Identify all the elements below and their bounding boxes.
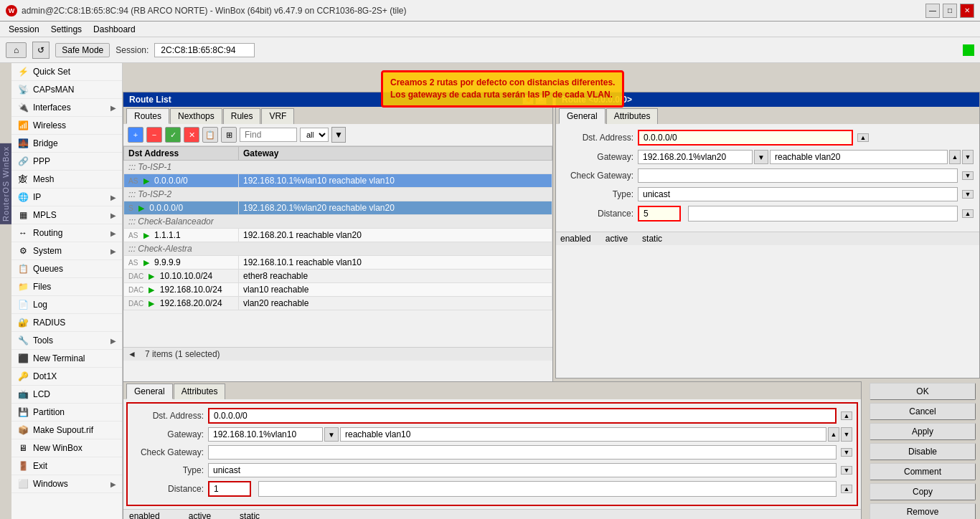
gw-extra-upper[interactable] (770, 150, 948, 164)
sidebar-item-lcd[interactable]: 📺 LCD (11, 386, 122, 404)
add-route-button[interactable]: + (128, 127, 143, 143)
gw-dropdown-btn-lower[interactable]: ▼ (324, 427, 339, 442)
find-input[interactable] (240, 128, 297, 142)
ok-button[interactable]: OK (870, 383, 976, 400)
col-gateway[interactable]: Gateway (239, 147, 552, 161)
annotation-overlay: Creamos 2 rutas por defecto con distanci… (381, 70, 624, 108)
type-scroll-lower[interactable]: ▼ (841, 466, 852, 475)
sidebar-item-queues[interactable]: 📋 Queues (11, 260, 122, 278)
table-row[interactable]: DAC ▶ 192.168.10.0/24 vlan10 reachable (124, 283, 552, 297)
table-row[interactable]: AS ▶ 9.9.9.9 192.168.10.1 reachable vlan… (124, 256, 552, 270)
sidebar-item-radius[interactable]: 🔐 RADIUS (11, 314, 122, 332)
table-row[interactable]: DAC ▶ 192.168.20.0/24 vlan20 reachable (124, 297, 552, 310)
filter-arrow-btn[interactable]: ▼ (331, 127, 346, 143)
safe-mode-button[interactable]: Safe Mode (55, 43, 110, 57)
table-row[interactable]: ::: To-ISP-2 (124, 188, 552, 201)
disable-button[interactable]: Disable (870, 443, 976, 460)
checkgw-label-lower: Check Gateway: (132, 447, 204, 457)
distance-scroll[interactable]: ▲ (962, 209, 974, 218)
checkgw-scroll-lower[interactable]: ▼ (841, 448, 852, 457)
table-row[interactable]: ::: To-ISP-1 (124, 161, 552, 174)
gw-scroll-up[interactable]: ▲ (949, 150, 961, 164)
tab-rules[interactable]: Rules (223, 108, 261, 124)
table-row[interactable]: DAC ▶ 10.10.10.0/24 ether8 reachable (124, 270, 552, 283)
copy-route-button[interactable]: 📋 (202, 127, 218, 143)
sidebar-item-tools[interactable]: 🔧 Tools ▶ (11, 332, 122, 350)
distance-input-lower[interactable] (208, 481, 251, 497)
table-row[interactable]: AS ▶ 0.0.0.0/0 192.168.10.1%vlan10 reach… (124, 174, 552, 188)
refresh-button[interactable]: ↺ (32, 42, 50, 59)
distance-input-upper[interactable] (638, 206, 681, 222)
sidebar-item-windows[interactable]: ⬜ Windows ▶ (11, 475, 122, 493)
sidebar-item-bridge[interactable]: 🌉 Bridge (11, 135, 122, 153)
close-button[interactable]: ✕ (960, 4, 974, 18)
table-row[interactable]: S ▶ 0.0.0.0/0 192.168.20.1%vlan20 reacha… (124, 201, 552, 215)
sidebar-item-log[interactable]: 📄 Log (11, 296, 122, 314)
table-row[interactable]: AS ▶ 1.1.1.1 192.168.20.1 reachable vlan… (124, 229, 552, 242)
menu-session[interactable]: Session (3, 23, 45, 36)
dst-scroll-up[interactable]: ▲ (857, 133, 869, 142)
dst-input-lower[interactable] (208, 408, 837, 424)
type-input-upper[interactable] (638, 187, 958, 201)
sidebar-item-quick-set[interactable]: ⚡ Quick Set (11, 63, 122, 81)
sidebar-item-mesh[interactable]: 🕸 Mesh (11, 171, 122, 189)
gw-scroll-down[interactable]: ▼ (962, 150, 974, 164)
sidebar-item-make-supout[interactable]: 📦 Make Supout.rif (11, 422, 122, 439)
tab-editor-general[interactable]: General (126, 384, 173, 399)
comment-button[interactable]: Comment (870, 463, 976, 480)
gw-extra-lower[interactable] (340, 427, 826, 442)
sidebar-item-ip[interactable]: 🌐 IP ▶ (11, 189, 122, 206)
files-icon: 📁 (17, 281, 29, 292)
gw-input-lower[interactable] (208, 427, 323, 442)
maximize-button[interactable]: □ (943, 4, 957, 18)
sidebar-item-interfaces[interactable]: 🔌 Interfaces ▶ (11, 99, 122, 117)
enable-route-button[interactable]: ✓ (165, 127, 181, 143)
sidebar-item-new-winbox[interactable]: 🖥 New WinBox (11, 439, 122, 457)
sidebar-item-new-terminal[interactable]: ⬛ New Terminal (11, 350, 122, 368)
sidebar-item-dot1x[interactable]: 🔑 Dot1X (11, 368, 122, 386)
tab-vrf[interactable]: VRF (261, 108, 294, 124)
sidebar-item-routing[interactable]: ↔ Routing ▶ (11, 224, 122, 242)
tab-nexthops[interactable]: Nexthops (170, 108, 222, 124)
checkgw-scroll[interactable]: ▼ (962, 171, 974, 180)
gw-dropdown-btn-upper[interactable]: ▼ (754, 150, 768, 164)
gw-scroll-lower-down[interactable]: ▼ (841, 427, 852, 442)
home-button[interactable]: ⌂ (6, 42, 27, 58)
gw-scroll-lower-up[interactable]: ▲ (828, 427, 839, 442)
sidebar-item-wireless[interactable]: 📶 Wireless (11, 117, 122, 135)
checkgw-input-upper[interactable] (638, 168, 958, 183)
tab-detail-general[interactable]: General (559, 108, 606, 124)
cancel-button[interactable]: Cancel (870, 403, 976, 420)
filter-route-button[interactable]: ⊞ (221, 127, 237, 143)
remove-button[interactable]: Remove (870, 503, 976, 519)
distance-scroll-lower[interactable]: ▲ (841, 485, 852, 493)
col-dst-address[interactable]: Dst Address (124, 147, 239, 161)
checkgw-input-lower[interactable] (208, 445, 837, 460)
dst-input-upper[interactable] (638, 130, 853, 146)
menu-settings[interactable]: Settings (45, 23, 88, 36)
sidebar-item-ppp[interactable]: 🔗 PPP (11, 153, 122, 171)
sidebar-item-partition[interactable]: 💾 Partition (11, 404, 122, 422)
apply-button[interactable]: Apply (870, 423, 976, 440)
type-input-lower[interactable] (208, 463, 837, 477)
minimize-button[interactable]: — (925, 4, 940, 18)
filter-dropdown[interactable]: all (300, 128, 329, 142)
sidebar-item-mpls[interactable]: ▦ MPLS ▶ (11, 206, 122, 224)
tab-detail-attributes[interactable]: Attributes (606, 108, 659, 124)
table-row[interactable]: ::: Check-Alestra (124, 242, 552, 256)
copy-button[interactable]: Copy (870, 483, 976, 500)
dst-scroll-lower[interactable]: ▲ (841, 411, 852, 420)
sidebar-item-system[interactable]: ⚙ System ▶ (11, 242, 122, 260)
menu-dashboard[interactable]: Dashboard (88, 23, 141, 36)
scroll-left-btn[interactable]: ◄ (128, 349, 136, 359)
tab-editor-attributes[interactable]: Attributes (174, 384, 226, 399)
type-scroll[interactable]: ▼ (962, 190, 974, 199)
sidebar-item-exit[interactable]: 🚪 Exit (11, 457, 122, 475)
tab-routes[interactable]: Routes (126, 108, 169, 124)
table-row[interactable]: ::: Check-Balanceador (124, 215, 552, 229)
remove-route-button[interactable]: − (146, 127, 162, 143)
sidebar-item-capsman[interactable]: 📡 CAPsMAN (11, 81, 122, 99)
gw-input-upper[interactable] (638, 150, 753, 164)
disable-route-button[interactable]: ✕ (184, 127, 199, 143)
sidebar-item-files[interactable]: 📁 Files (11, 278, 122, 296)
